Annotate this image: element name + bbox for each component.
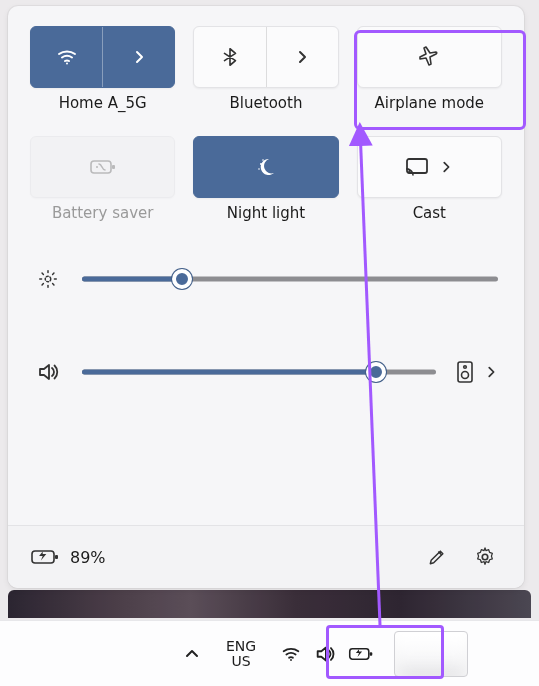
svg-rect-26	[370, 652, 373, 655]
panel-footer: 89%	[8, 525, 524, 588]
svg-point-8	[407, 171, 409, 173]
audio-output-button[interactable]	[456, 360, 474, 384]
chevron-right-icon	[294, 49, 310, 65]
speaker-device-icon	[456, 360, 474, 384]
svg-line-17	[53, 273, 54, 274]
svg-point-23	[482, 554, 488, 560]
battery-saver-label: Battery saver	[30, 204, 175, 222]
battery-status[interactable]: 89%	[30, 547, 106, 567]
brightness-row	[34, 268, 498, 290]
svg-line-14	[42, 273, 43, 274]
airplane-mode-tile[interactable]	[357, 26, 502, 88]
volume-row	[34, 360, 498, 384]
svg-point-0	[66, 63, 68, 65]
brightness-icon	[34, 268, 62, 290]
wifi-tile[interactable]	[30, 26, 175, 88]
airplane-mode-label: Airplane mode	[357, 94, 502, 112]
wifi-icon	[280, 643, 302, 665]
bluetooth-tile[interactable]	[193, 26, 338, 88]
brightness-slider[interactable]	[82, 270, 498, 288]
svg-point-19	[462, 372, 469, 379]
wifi-toggle[interactable]	[31, 27, 102, 87]
volume-icon	[34, 360, 62, 384]
tray-overflow-button[interactable]	[172, 634, 212, 674]
desktop-wallpaper-strip	[8, 590, 531, 618]
bluetooth-label: Bluetooth	[193, 94, 338, 112]
gear-icon	[474, 546, 496, 568]
taskbar: ENG US	[0, 620, 539, 686]
chevron-right-icon	[439, 160, 453, 174]
svg-point-6	[258, 168, 260, 170]
edit-quick-settings-button[interactable]	[420, 540, 454, 574]
night-light-label: Night light	[193, 204, 338, 222]
svg-line-16	[42, 284, 43, 285]
battery-saver-icon	[89, 157, 117, 177]
svg-point-5	[262, 159, 264, 161]
svg-rect-22	[55, 555, 58, 559]
language-line1: ENG	[226, 639, 256, 654]
system-tray-button[interactable]	[270, 639, 384, 669]
sliders-section	[30, 268, 502, 384]
cast-label: Cast	[357, 204, 502, 222]
cast-icon	[405, 157, 429, 177]
settings-button[interactable]	[468, 540, 502, 574]
chevron-right-icon	[484, 365, 498, 379]
language-switcher[interactable]: ENG US	[216, 639, 266, 669]
chevron-right-icon	[131, 49, 147, 65]
wifi-expand-button[interactable]	[103, 27, 174, 87]
cast-tile[interactable]	[357, 136, 502, 198]
battery-charging-icon	[30, 547, 60, 567]
svg-point-24	[290, 659, 292, 661]
svg-point-20	[464, 366, 467, 369]
bluetooth-expand-button[interactable]	[267, 27, 338, 87]
taskbar-preview-thumbnail[interactable]	[394, 631, 468, 677]
bluetooth-icon	[219, 46, 241, 68]
svg-point-4	[260, 163, 262, 165]
svg-rect-2	[112, 165, 115, 169]
quick-settings-panel: Home A_5G Bluetooth Airpla	[8, 6, 524, 588]
svg-rect-1	[91, 161, 111, 173]
wifi-icon	[55, 45, 79, 69]
volume-slider[interactable]	[82, 363, 436, 381]
quick-settings-grid: Home A_5G Bluetooth Airpla	[30, 26, 502, 236]
night-light-icon	[254, 155, 278, 179]
svg-point-9	[45, 276, 51, 282]
bluetooth-toggle[interactable]	[194, 27, 265, 87]
pencil-icon	[427, 547, 447, 567]
battery-percent-text: 89%	[70, 548, 106, 567]
language-line2: US	[232, 654, 251, 669]
airplane-icon	[417, 45, 441, 69]
wifi-label: Home A_5G	[30, 94, 175, 112]
night-light-tile[interactable]	[193, 136, 338, 198]
battery-charging-icon	[348, 645, 374, 663]
svg-point-3	[96, 166, 98, 168]
audio-output-expand[interactable]	[484, 365, 498, 379]
svg-line-15	[53, 284, 54, 285]
chevron-up-icon	[184, 646, 200, 662]
battery-saver-tile	[30, 136, 175, 198]
volume-icon	[314, 643, 336, 665]
